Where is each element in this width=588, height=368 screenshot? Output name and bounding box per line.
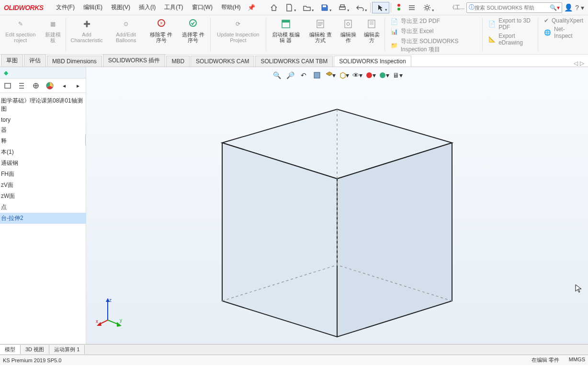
svg-point-20 [380, 72, 385, 78]
tree-item[interactable]: 释 [0, 136, 86, 147]
new-template-button[interactable]: ▦新建模 板 [41, 15, 65, 54]
home-button[interactable] [268, 2, 280, 13]
tab-model[interactable]: 模型 [0, 345, 21, 354]
scene-icon[interactable]: ▾ [379, 70, 389, 80]
view-orientation-icon[interactable]: ▾ [325, 70, 336, 80]
hide-show-icon[interactable]: 👁▾ [352, 70, 362, 80]
tree-item[interactable]: FH面 [0, 169, 86, 180]
tab-addins[interactable]: SOLIDWORKS 插件 [103, 54, 166, 67]
list-icon[interactable] [406, 2, 418, 13]
edit-inspection-method-button[interactable]: 编辑检 查方式 [305, 15, 337, 54]
tab-mbd[interactable]: MBD [166, 56, 190, 67]
undo-button[interactable]: ▼ [351, 2, 369, 13]
svg-point-13 [347, 23, 350, 25]
edit-inspection-project-button[interactable]: ✎Edit spection roject [0, 15, 41, 54]
help-dropdown[interactable]: ? ▾ [575, 4, 584, 12]
display-style-icon[interactable]: ▾ [339, 70, 349, 80]
tab-mbd-dim[interactable]: MBD Dimensions [47, 56, 102, 67]
previous-view-icon[interactable]: ↶ [298, 70, 309, 80]
menu-edit[interactable]: 编辑(E) [79, 1, 106, 13]
export-2d-pdf-button[interactable]: 📄导出至 2D PDF [391, 17, 477, 25]
tree-item[interactable]: 本(1) [0, 147, 86, 158]
section-view-icon[interactable] [312, 70, 322, 80]
tree-item[interactable]: 器 [0, 125, 86, 136]
template-editor-button[interactable]: 启动模 板编辑 器 [267, 15, 305, 54]
select-button[interactable]: ▼ [372, 2, 389, 13]
svg-text:y: y [120, 318, 122, 323]
status-units[interactable]: MMGS [569, 356, 585, 364]
user-icon[interactable]: 👤 [564, 3, 573, 12]
status-editing: 在编辑 零件 [531, 356, 559, 364]
tab-next-icon[interactable]: ▷ [580, 60, 584, 67]
search-box[interactable]: ⓘ 🔍▾ [466, 2, 562, 13]
settings-button[interactable]: ▼ [418, 2, 436, 13]
toolbar-overflow[interactable]: 《工... [450, 4, 464, 11]
menu-insert[interactable]: 插入(I) [135, 1, 159, 13]
graphics-viewport[interactable]: 🔍 🔎 ↶ ▾ ▾ 👁▾ ▾ ▾ 🖥▾ z x y [86, 67, 588, 344]
update-inspection-button[interactable]: ⟳Update Inspection Project [212, 15, 265, 54]
open-button[interactable]: ▼ [298, 2, 316, 13]
print-button[interactable]: ▼ [334, 2, 351, 13]
tab-inspection[interactable]: SOLIDWORKS Inspection [334, 56, 411, 67]
svg-rect-10 [282, 20, 290, 23]
tab-evaluate[interactable]: 评估 [24, 54, 46, 67]
net-icon: 🌐 [544, 29, 551, 36]
net-inspect-button[interactable]: 🌐Net-Inspect [544, 26, 583, 39]
tree-root[interactable]: 图学基础》理论课第08讲01轴测图 [0, 95, 86, 115]
tab-3dview[interactable]: 3D 视图 [21, 345, 49, 354]
tree-item[interactable]: zV面 [0, 180, 86, 191]
tree-tab-4[interactable] [45, 80, 56, 92]
save-button[interactable]: ▼ [316, 2, 333, 13]
feature-tree[interactable]: 图学基础》理论课第08讲01轴测图 tory器释本(1)通碳钢FH面zV面zW面… [0, 93, 86, 344]
menu-help[interactable]: 帮助(H) [217, 1, 245, 13]
excel-icon: 📊 [391, 28, 398, 35]
tree-next-icon[interactable]: ▸ [73, 80, 84, 92]
zoom-fit-icon[interactable]: 🔍 [271, 70, 282, 80]
workspace: ◆ ◂ ▸ 图学基础》理论课第08讲01轴测图 tory器释本(1)通碳钢FH面… [0, 67, 588, 344]
sidebar-toolbar: ◆ [0, 67, 86, 79]
quality-icon: ✔ [544, 17, 549, 24]
edit-vendor-button[interactable]: 编辑卖 方 [360, 15, 384, 54]
tree-item[interactable]: zW面 [0, 191, 86, 202]
tab-cam[interactable]: SOLIDWORKS CAM [191, 56, 254, 67]
help-icon: ⓘ [469, 3, 475, 12]
new-button[interactable]: ▼ [281, 2, 298, 13]
tree-item[interactable]: tory [0, 115, 86, 125]
tree-prev-icon[interactable]: ◂ [58, 80, 70, 92]
pin-icon[interactable]: 📌 [245, 2, 258, 13]
traffic-light-icon[interactable] [393, 2, 405, 13]
tab-cam-tbm[interactable]: SOLIDWORKS CAM TBM [255, 56, 333, 67]
export-excel-button[interactable]: 📊导出至 Excel [391, 27, 477, 35]
appearance-icon[interactable]: ▾ [365, 70, 376, 80]
export-3d-pdf-button[interactable]: 📄Export to 3D PDF [488, 17, 532, 31]
search-input[interactable] [475, 5, 548, 11]
tab-prev-icon[interactable]: ◁ [574, 60, 578, 67]
tree-tab-3[interactable] [30, 80, 42, 92]
export-edrawing-button[interactable]: 📐Export eDrawing [488, 33, 532, 46]
zoom-area-icon[interactable]: 🔎 [285, 70, 295, 80]
qualityxpert-button[interactable]: ✔QualityXpert [544, 17, 583, 24]
edit-operation-button[interactable]: 编辑操 作 [336, 15, 360, 54]
add-characteristic-button[interactable]: ➕Add Characteristic [67, 15, 107, 54]
svg-point-5 [426, 6, 429, 9]
tab-motion-study[interactable]: 运动算例 1 [49, 345, 85, 354]
view-settings-icon[interactable]: 🖥▾ [392, 70, 403, 80]
menu-window[interactable]: 窗口(W) [188, 1, 216, 13]
menu-file[interactable]: 文件(F) [52, 1, 79, 13]
search-icon[interactable]: 🔍▾ [550, 4, 560, 11]
tree-item[interactable]: 点 [0, 202, 86, 213]
tree-tab-1[interactable] [2, 80, 13, 92]
tree-item[interactable]: 台-拉伸2 [0, 213, 86, 224]
tree-tab-2[interactable] [16, 80, 28, 92]
menu-view[interactable]: 视图(V) [107, 1, 134, 13]
view-triad[interactable]: z x y [96, 296, 129, 330]
bottom-tabs: 模型 3D 视图 运动算例 1 [0, 344, 588, 355]
tree-item[interactable]: 通碳钢 [0, 158, 86, 169]
ok-icon[interactable]: ◆ [0, 69, 11, 76]
export-sw-inspection-button[interactable]: 📁导出至 SOLIDWORKS Inspection 项目 [391, 37, 477, 54]
tab-sketch[interactable]: 草图 [1, 54, 23, 67]
add-edit-balloons-button[interactable]: ⊙Add/Edit Balloons [107, 15, 146, 54]
remove-balloon-button[interactable]: ×移除零 件序号 [145, 15, 177, 54]
select-balloon-button[interactable]: 选择零 件序号 [177, 15, 209, 54]
menu-tools[interactable]: 工具(T) [160, 1, 187, 13]
